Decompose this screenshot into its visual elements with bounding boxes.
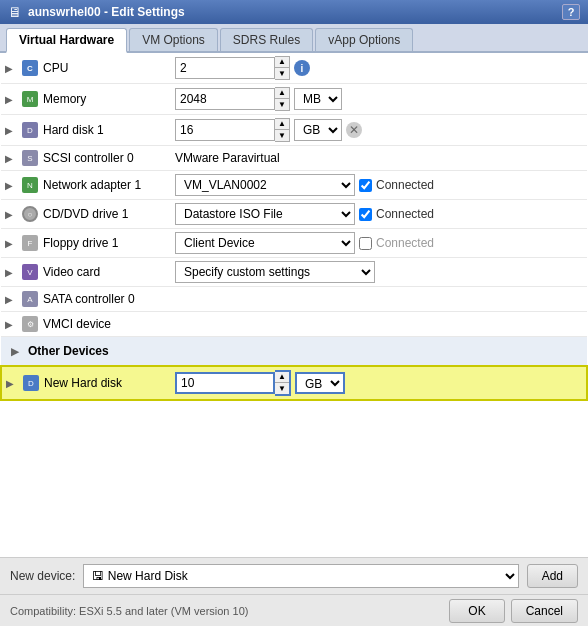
memory-decrement[interactable]: ▼ — [275, 99, 289, 110]
window-icon: 🖥 — [8, 4, 22, 20]
floppy-connected-checkbox[interactable] — [359, 237, 372, 250]
tab-bar: Virtual Hardware VM Options SDRS Rules v… — [0, 24, 588, 53]
cd-connected-label: Connected — [376, 207, 434, 221]
cd-icon: ○ — [22, 206, 38, 222]
window-title: aunswrhel00 - Edit Settings — [28, 5, 185, 19]
new-hard-disk-spinner-buttons[interactable]: ▲ ▼ — [275, 370, 291, 396]
hard-disk-unit-select[interactable]: GB MB — [294, 119, 342, 141]
expand-arrow[interactable]: ▶ — [5, 153, 17, 164]
cd-connected-checkbox[interactable] — [359, 208, 372, 221]
expand-arrow[interactable]: ▶ — [5, 94, 17, 105]
new-hard-disk-label: New Hard disk — [44, 376, 122, 390]
new-device-label: New device: — [10, 569, 75, 583]
hard-disk-spinner[interactable]: ▲ ▼ — [175, 118, 290, 142]
new-hard-disk-increment[interactable]: ▲ — [275, 372, 289, 383]
disk-icon: D — [22, 122, 38, 138]
table-row: ▶ D Hard disk 1 ▲ ▼ — [1, 115, 587, 146]
hard-disk-label: Hard disk 1 — [43, 123, 104, 137]
floppy-connected-check: Connected — [359, 236, 434, 250]
hard-disk-increment[interactable]: ▲ — [275, 119, 289, 130]
compatibility-text: Compatibility: ESXi 5.5 and later (VM ve… — [10, 605, 248, 617]
tab-virtual-hardware[interactable]: Virtual Hardware — [6, 28, 127, 53]
help-button[interactable]: ? — [562, 4, 580, 20]
new-device-select[interactable]: 🖫 New Hard Disk Network Adapter CD/DVD D… — [83, 564, 518, 588]
expand-arrow[interactable]: ▶ — [5, 180, 17, 191]
cpu-info-icon[interactable]: i — [294, 60, 310, 76]
cpu-icon: C — [22, 60, 38, 76]
network-connected-label: Connected — [376, 178, 434, 192]
expand-arrow[interactable]: ▶ — [5, 209, 17, 220]
cd-connected-check: Connected — [359, 207, 434, 221]
cpu-decrement[interactable]: ▼ — [275, 68, 289, 79]
tab-sdrs-rules[interactable]: SDRS Rules — [220, 28, 313, 51]
network-adapter-label: Network adapter 1 — [43, 178, 141, 192]
new-hard-disk-value-input[interactable] — [175, 372, 275, 394]
ok-button[interactable]: OK — [449, 599, 504, 623]
memory-label: Memory — [43, 92, 86, 106]
video-card-select[interactable]: Specify custom settings — [175, 261, 375, 283]
main-content: ▶ C CPU ▲ ▼ i — [0, 53, 588, 557]
hard-disk-value-input[interactable] — [175, 119, 275, 141]
table-row: ▶ V Video card Specify custom settings — [1, 258, 587, 287]
cpu-value-input[interactable] — [175, 57, 275, 79]
vmci-icon: ⚙ — [22, 316, 38, 332]
expand-arrow[interactable]: ▶ — [6, 378, 18, 389]
expand-arrow[interactable]: ▶ — [5, 294, 17, 305]
memory-spinner-buttons[interactable]: ▲ ▼ — [275, 87, 290, 111]
table-row: ▶ M Memory ▲ ▼ — [1, 84, 587, 115]
expand-arrow[interactable]: ▶ — [5, 319, 17, 330]
new-hard-disk-decrement[interactable]: ▼ — [275, 383, 289, 394]
floppy-icon: F — [22, 235, 38, 251]
table-row: ▶ F Floppy drive 1 Client Device Connect… — [1, 229, 587, 258]
table-row: ▶ C CPU ▲ ▼ i — [1, 53, 587, 84]
floppy-select[interactable]: Client Device — [175, 232, 355, 254]
table-row: ▶ N Network adapter 1 VM_VLAN0002 Connec… — [1, 171, 587, 200]
footer-buttons: OK Cancel — [449, 599, 578, 623]
cpu-spinner[interactable]: ▲ ▼ — [175, 56, 290, 80]
other-devices-expand[interactable]: ▶ — [11, 346, 23, 357]
sata-icon: A — [22, 291, 38, 307]
cancel-button[interactable]: Cancel — [511, 599, 578, 623]
cd-dvd-select[interactable]: Datastore ISO File — [175, 203, 355, 225]
new-hd-icon: D — [23, 375, 39, 391]
tab-vm-options[interactable]: VM Options — [129, 28, 218, 51]
scsi-label: SCSI controller 0 — [43, 151, 134, 165]
sata-label: SATA controller 0 — [43, 292, 135, 306]
network-connected-check: Connected — [359, 178, 434, 192]
cpu-spinner-buttons[interactable]: ▲ ▼ — [275, 56, 290, 80]
memory-icon: M — [22, 91, 38, 107]
settings-table: ▶ C CPU ▲ ▼ i — [0, 53, 588, 401]
floppy-label: Floppy drive 1 — [43, 236, 118, 250]
settings-area: ▶ C CPU ▲ ▼ i — [0, 53, 588, 557]
hard-disk-decrement[interactable]: ▼ — [275, 130, 289, 141]
memory-increment[interactable]: ▲ — [275, 88, 289, 99]
table-row: ▶ ○ CD/DVD drive 1 Datastore ISO File Co… — [1, 200, 587, 229]
memory-spinner[interactable]: ▲ ▼ — [175, 87, 290, 111]
new-hard-disk-spinner[interactable]: ▲ ▼ — [175, 370, 291, 396]
expand-arrow[interactable]: ▶ — [5, 238, 17, 249]
bottom-bar: New device: 🖫 New Hard Disk Network Adap… — [0, 557, 588, 594]
memory-value-input[interactable] — [175, 88, 275, 110]
floppy-connected-label: Connected — [376, 236, 434, 250]
table-row: ▶ A SATA controller 0 — [1, 287, 587, 312]
memory-unit-select[interactable]: MB GB — [294, 88, 342, 110]
other-devices-label: Other Devices — [28, 344, 109, 358]
expand-arrow[interactable]: ▶ — [5, 267, 17, 278]
cpu-increment[interactable]: ▲ — [275, 57, 289, 68]
add-button[interactable]: Add — [527, 564, 578, 588]
hard-disk-spinner-buttons[interactable]: ▲ ▼ — [275, 118, 290, 142]
footer-bar: Compatibility: ESXi 5.5 and later (VM ve… — [0, 594, 588, 626]
hard-disk-delete-button[interactable]: ✕ — [346, 122, 362, 138]
expand-arrow[interactable]: ▶ — [5, 125, 17, 136]
scsi-value: VMware Paravirtual — [175, 151, 280, 165]
expand-arrow[interactable]: ▶ — [5, 63, 17, 74]
video-icon: V — [22, 264, 38, 280]
network-adapter-select[interactable]: VM_VLAN0002 — [175, 174, 355, 196]
network-connected-checkbox[interactable] — [359, 179, 372, 192]
new-hard-disk-unit-select[interactable]: GB MB — [295, 372, 345, 394]
vmci-label: VMCI device — [43, 317, 111, 331]
new-hard-disk-row: ▶ D New Hard disk ▲ ▼ — [1, 366, 587, 400]
title-bar: 🖥 aunswrhel00 - Edit Settings ? — [0, 0, 588, 24]
tab-vapp-options[interactable]: vApp Options — [315, 28, 413, 51]
video-card-label: Video card — [43, 265, 100, 279]
